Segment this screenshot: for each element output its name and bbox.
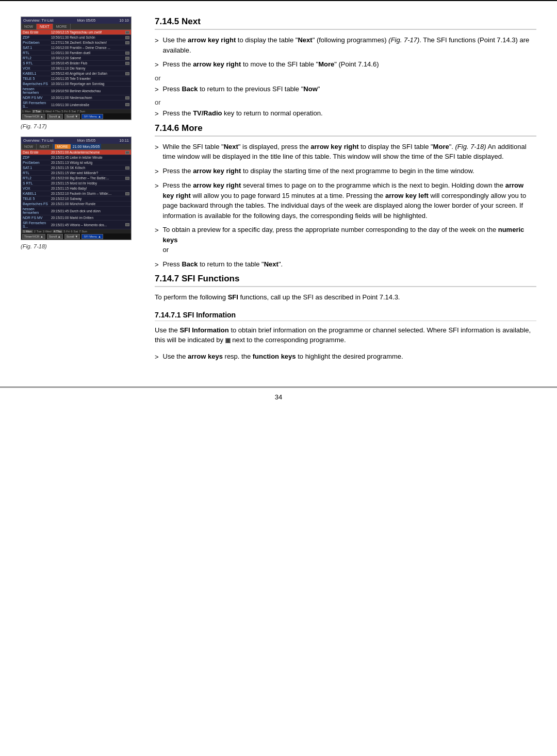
- section-7146: 7.14.6 More > While the SFI table "Next"…: [155, 123, 536, 270]
- timer-vcr-btn-fig18[interactable]: Timer/VCR ▲: [22, 234, 45, 239]
- tv-channel-fig17-2: ProSieben: [23, 41, 51, 44]
- tv-channel-fig18-4: RTL: [23, 171, 51, 175]
- section-title-7145: 7.14.5 Next: [155, 16, 536, 30]
- tv-prog-fig17-2: 11:27/11:58 Zachert: Einfach kochen!: [51, 41, 124, 44]
- bullet-74771-1: > Use the arrow keys resp. the function …: [155, 351, 536, 362]
- tv-channel-fig18-3: SAT.1: [23, 166, 51, 170]
- tv-row-fig17-5[interactable]: RTL2 10:30/12:20 Salomé: [21, 56, 131, 61]
- tv-channel-fig17-11: hessen fernsehen: [23, 87, 51, 94]
- tv-channel-fig18-13: SR Fernsehen S...: [23, 221, 51, 228]
- tv-prog-fig17-11: 10:20/10:50 Berliner Abendschau: [51, 89, 129, 93]
- bullet-text-74771-1: Use the arrow keys resp. the function ke…: [163, 351, 536, 362]
- tv-prog-fig17-7: 10:38/11:10 Die Nanny: [51, 66, 129, 70]
- section-74771: 7.14.7.1 SFI Information Use the SFI Inf…: [155, 311, 536, 362]
- bullet-text-7146-1: While the SFI table "Next" is displayed,…: [163, 142, 536, 162]
- tv-row-fig18-8[interactable]: KABEL1 20:15/22:10 Fackeln im Sturm – Wi…: [21, 191, 131, 196]
- tv-prog-fig18-1: 20:15/21:45 Liebe in letzter Minute: [51, 156, 129, 159]
- tv-channel-fig17-4: RTL: [23, 51, 51, 55]
- tv-icon-fig17-6: [125, 62, 129, 65]
- tv-prog-fig18-11: 20:15/21:45 Durch dick und dünn: [51, 209, 129, 213]
- tab-more-fig17[interactable]: MORE: [53, 24, 71, 29]
- tv-row-fig17-11[interactable]: hessen fernsehen 10:20/10:50 Berliner Ab…: [21, 87, 131, 95]
- tv-prog-fig18-5: 20:15/22:00 Big Brother – The Battle:...: [51, 176, 124, 180]
- tv-row-fig18-13[interactable]: SR Fernsehen S... 20:15/21:45 Vittorio –…: [21, 221, 131, 229]
- tv-row-fig18-6[interactable]: S RTL 20:15/21:15 Mord ist ihr Hobby: [21, 181, 131, 186]
- bullet-arrow-7145-4: >: [155, 109, 159, 119]
- tv-row-fig18-0[interactable]: Das Erste 20:15/21:00 Ausklantenscheume: [21, 150, 131, 155]
- scroll-up-btn-fig17[interactable]: Scroll ▲: [47, 114, 63, 119]
- bullet-7145-3: > Press Back to return to the previous S…: [155, 84, 536, 95]
- tv-channel-fig17-13: SR Fernsehen S...: [23, 101, 51, 108]
- tv-row-fig17-10[interactable]: Bayerisches FS 10:30/11:00 Reportage am …: [21, 81, 131, 87]
- tv-icon-fig18-13: [125, 223, 129, 226]
- fig17-label: (Fig. 7-17): [21, 123, 139, 129]
- tab-next-fig18[interactable]: NEXT: [37, 144, 53, 149]
- tv-overview-label-fig18: Overview: TV-List: [23, 138, 54, 143]
- tv-channel-fig18-9: TELE 5: [23, 197, 51, 200]
- tab-now-fig17[interactable]: NOW: [21, 24, 37, 29]
- bullet-arrow-7146-2: >: [155, 166, 159, 177]
- tv-row-fig17-1[interactable]: ZDF 10:50/11:30 Reich und Schön: [21, 35, 131, 40]
- section-title-7146: 7.14.6 More: [155, 123, 536, 137]
- tv-row-fig18-7[interactable]: VOX 20:15/21:15 Hallo Baby!: [21, 186, 131, 191]
- tv-row-fig17-0[interactable]: Das Erste 12:00/12:15 Tagesschau um zwöl…: [21, 30, 131, 35]
- tv-row-fig18-12[interactable]: NDR FS MV 20:15/21:00 Markt im Dritten: [21, 215, 131, 221]
- tv-icon-fig17-1: [125, 36, 129, 39]
- tv-channel-fig18-11: hessen fernsehen: [23, 207, 51, 214]
- tv-prog-fig18-4: 20:15/21:15 Wer wird Millionär?: [51, 171, 129, 175]
- tv-channel-fig18-10: Bayerisches FS: [23, 202, 51, 206]
- tab-next-fig17[interactable]: NEXT: [37, 24, 53, 29]
- tv-row-fig17-8[interactable]: KABEL1 10:55/12:40 Angélique und der Sul…: [21, 71, 131, 76]
- bullet-7146-3: > Press the arrow key right several time…: [155, 180, 536, 221]
- tv-channel-fig18-1: ZDF: [23, 156, 51, 159]
- tv-time-fig18: 10:11: [119, 138, 129, 143]
- tv-row-fig17-2[interactable]: ProSieben 11:27/11:58 Zachert: Einfach k…: [21, 40, 131, 45]
- section-title-74771: 7.14.7.1 SFI Information: [155, 311, 536, 321]
- tv-channel-fig18-2: ProSieben: [23, 161, 51, 164]
- tv-row-fig18-9[interactable]: TELE 5 20:15/22:10 Subway: [21, 196, 131, 201]
- scroll-up-btn-fig18[interactable]: Scroll ▲: [47, 234, 63, 239]
- sfi-menu-btn-fig17[interactable]: SFI Menu ▲: [81, 114, 103, 119]
- tv-row-fig18-11[interactable]: hessen fernsehen 20:15/21:45 Durch dick …: [21, 207, 131, 215]
- timer-vcr-btn-fig17[interactable]: Timer/VCR ▲: [22, 114, 45, 119]
- tv-row-fig18-5[interactable]: RTL2 20:15/22:00 Big Brother – The Battl…: [21, 176, 131, 181]
- tv-row-fig17-12[interactable]: NDR FS MV 10:30/11:00 Niedersachsen: [21, 95, 131, 100]
- tv-icon-fig18-0: [125, 151, 129, 154]
- tv-channel-fig17-7: VOX: [23, 66, 51, 70]
- bullet-arrow-7146-5: >: [155, 260, 159, 270]
- tv-channel-fig17-9: TELE 5: [23, 77, 51, 80]
- tv-row-fig17-6[interactable]: S RTL 10:35/10:45 Brüder Flub: [21, 61, 131, 66]
- tv-icon-fig17-4: [125, 52, 129, 55]
- tv-row-fig17-13[interactable]: SR Fernsehen S... 11:00/11:30 Lindenstra…: [21, 100, 131, 109]
- tab-now-fig18[interactable]: NOW: [21, 144, 37, 149]
- scroll-down-btn-fig17[interactable]: Scroll ▼: [64, 114, 80, 119]
- tv-prog-fig18-9: 20:15/22:10 Subway: [51, 197, 129, 200]
- tv-row-fig18-3[interactable]: SAT.1 20:15/21:15 SK Kölsch: [21, 165, 131, 171]
- tv-row-fig18-10[interactable]: Bayerisches FS 20:15/21:00 Münchner Rund…: [21, 201, 131, 207]
- bullet-text-7146-3: Press the arrow key right several times …: [163, 180, 536, 221]
- tv-row-fig17-4[interactable]: RTL 11:00/11:30 Familien duell: [21, 51, 131, 56]
- tv-row-fig17-7[interactable]: VOX 10:38/11:10 Die Nanny: [21, 66, 131, 71]
- section-7145: 7.14.5 Next > Use the arrow key right to…: [155, 16, 536, 119]
- page-footer: 34: [0, 388, 557, 406]
- or-line-7145-2: or: [155, 98, 536, 106]
- tv-channel-fig18-0: Das Erste: [23, 150, 51, 154]
- tv-prog-fig17-1: 10:50/11:30 Reich und Schön: [51, 36, 124, 39]
- tv-row-fig18-2[interactable]: ProSieben 20:15/21:13 Witzig ist witzig: [21, 160, 131, 165]
- tv-row-fig17-3[interactable]: SAT.1 11:00/12:00 Franklin – Deine Chanc…: [21, 45, 131, 51]
- scroll-down-btn-fig18[interactable]: Scroll ▼: [64, 234, 80, 239]
- right-column: 7.14.5 Next > Use the arrow key right to…: [155, 16, 536, 366]
- bullet-text-7145-1: Use the arrow key right to display the t…: [163, 35, 536, 55]
- tv-row-fig18-4[interactable]: RTL 20:15/21:15 Wer wird Millionär?: [21, 171, 131, 176]
- tv-prog-fig17-6: 10:35/10:45 Brüder Flub: [51, 61, 124, 65]
- tv-icon-fig17-5: [125, 57, 129, 60]
- tab-more-active-fig18[interactable]: MORE: [55, 144, 71, 149]
- sfi-menu-btn-fig18[interactable]: SFI Menu ▲: [81, 234, 103, 239]
- tv-prog-fig17-5: 10:30/12:20 Salomé: [51, 56, 124, 60]
- tv-row-fig18-1[interactable]: ZDF 20:15/21:45 Liebe in letzter Minute: [21, 155, 131, 160]
- tv-channel-fig18-6: S RTL: [23, 181, 51, 185]
- or-line-7145-1: or: [155, 74, 536, 82]
- tv-row-fig17-9[interactable]: TELE 5 11:00/11:35 Tele 5 traveler: [21, 76, 131, 81]
- bullet-7146-2: > Press the arrow key right to display t…: [155, 166, 536, 177]
- tv-channel-fig17-12: NDR FS MV: [23, 96, 51, 99]
